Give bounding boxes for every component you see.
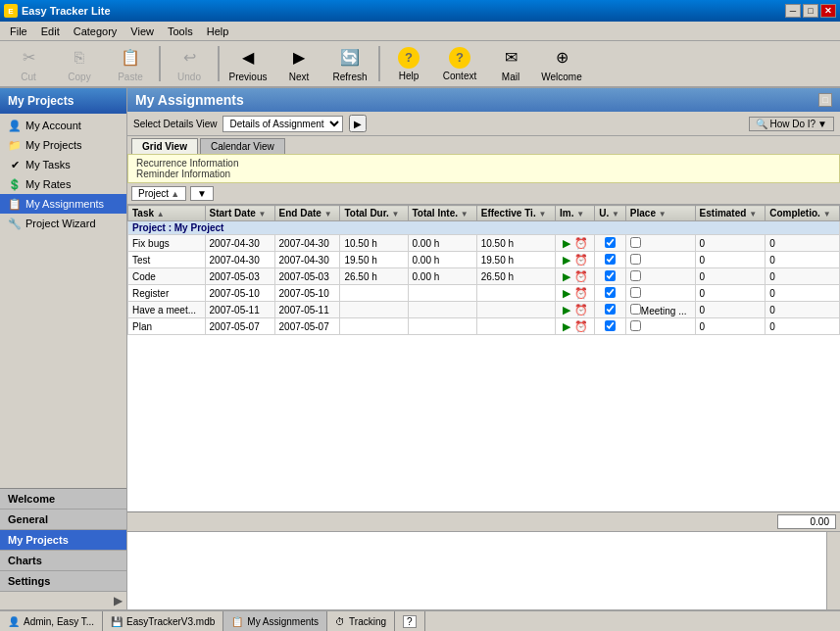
clock-icon[interactable]: ⏰ bbox=[574, 269, 588, 283]
refresh-button[interactable]: 🔄 Refresh bbox=[325, 43, 374, 84]
col-total-int[interactable]: Total Inte. ▼ bbox=[408, 206, 476, 221]
col-task[interactable]: Task ▲ bbox=[128, 206, 206, 221]
tab-grid-view[interactable]: Grid View bbox=[131, 138, 198, 154]
task-name: Test bbox=[128, 252, 206, 268]
select-details-dropdown[interactable]: Details of Assignment bbox=[222, 116, 343, 132]
play-icon[interactable]: ▶ bbox=[560, 286, 573, 300]
menu-category[interactable]: Category bbox=[68, 24, 124, 39]
paste-button[interactable]: 📋 Paste bbox=[106, 43, 155, 84]
copy-button[interactable]: ⎘ Copy bbox=[55, 43, 104, 84]
play-icon[interactable]: ▶ bbox=[560, 236, 573, 250]
col-im[interactable]: Im. ▼ bbox=[555, 206, 594, 221]
col-place[interactable]: Place ▼ bbox=[625, 206, 695, 221]
end-date: 2007-05-10 bbox=[274, 285, 340, 302]
u-checkbox[interactable] bbox=[605, 237, 616, 248]
help-button[interactable]: ? Help bbox=[384, 43, 433, 84]
col-end-date[interactable]: End Date ▼ bbox=[274, 206, 340, 221]
group-dropdown-button[interactable]: ▼ bbox=[190, 186, 214, 201]
sidebar-item-my-projects[interactable]: 📁 My Projects bbox=[0, 135, 126, 155]
place-checkbox[interactable] bbox=[630, 270, 641, 281]
table-row[interactable]: Test 2007-04-30 2007-04-30 19.50 h 0.00 … bbox=[128, 252, 840, 268]
welcome-icon: ⊕ bbox=[550, 46, 573, 70]
previous-button[interactable]: ◀ Previous bbox=[223, 43, 272, 84]
menu-file[interactable]: File bbox=[4, 24, 33, 39]
u-checkbox[interactable] bbox=[605, 287, 616, 298]
col-effective-ti[interactable]: Effective Ti. ▼ bbox=[476, 206, 555, 221]
maximize-content-button[interactable]: □ bbox=[818, 93, 832, 107]
panel-charts[interactable]: Charts bbox=[0, 551, 126, 571]
menu-edit[interactable]: Edit bbox=[35, 24, 66, 39]
mail-button[interactable]: ✉ Mail bbox=[486, 43, 535, 84]
menu-tools[interactable]: Tools bbox=[162, 24, 199, 39]
u-checkbox[interactable] bbox=[605, 304, 616, 315]
clock-icon[interactable]: ⏰ bbox=[574, 236, 588, 250]
col-start-date[interactable]: Start Date ▼ bbox=[205, 206, 274, 221]
panel-welcome[interactable]: Welcome bbox=[0, 489, 126, 510]
effective-ti: 19.50 h bbox=[476, 252, 555, 268]
close-button[interactable]: ✕ bbox=[820, 4, 836, 18]
table-row[interactable]: Code 2007-05-03 2007-05-03 26.50 h 0.00 … bbox=[128, 268, 840, 285]
u-checkbox[interactable] bbox=[605, 320, 616, 331]
menu-view[interactable]: View bbox=[124, 24, 160, 39]
group-by-button[interactable]: Project ▲ bbox=[131, 186, 186, 201]
sidebar-item-my-tasks[interactable]: ✔ My Tasks bbox=[0, 155, 126, 174]
panel-my-projects[interactable]: My Projects bbox=[0, 530, 126, 551]
sidebar-item-project-wizard[interactable]: 🔧 Project Wizard bbox=[0, 214, 126, 233]
status-help[interactable]: ? bbox=[395, 611, 425, 631]
sidebar-item-my-rates[interactable]: 💲 My Rates bbox=[0, 174, 126, 194]
clock-icon[interactable]: ⏰ bbox=[574, 253, 588, 267]
mail-icon: ✉ bbox=[499, 46, 522, 70]
place-checkbox[interactable] bbox=[630, 287, 641, 298]
notes-scrollbar[interactable] bbox=[826, 532, 840, 609]
total-int: 0.00 h bbox=[408, 252, 476, 268]
total-dur: 26.50 h bbox=[340, 268, 408, 285]
col-total-dur[interactable]: Total Dur. ▼ bbox=[340, 206, 408, 221]
notes-area[interactable] bbox=[127, 531, 840, 609]
help-small-icon: 🔍 bbox=[756, 119, 767, 129]
undo-button[interactable]: ↩ Undo bbox=[165, 43, 214, 84]
tab-calendar-view[interactable]: Calendar View bbox=[200, 138, 285, 154]
details-go-button[interactable]: ▶ bbox=[349, 115, 367, 132]
estimated-cell: 0 bbox=[695, 318, 766, 335]
place-checkbox[interactable] bbox=[630, 254, 641, 265]
play-icon[interactable]: ▶ bbox=[560, 319, 573, 333]
action-icons-cell: ▶⏰ bbox=[555, 252, 594, 268]
maximize-button[interactable]: □ bbox=[803, 4, 818, 18]
clock-icon[interactable]: ⏰ bbox=[574, 286, 588, 300]
table-row[interactable]: Plan 2007-05-07 2007-05-07 ▶⏰ 0 0 bbox=[128, 318, 840, 335]
start-date: 2007-05-03 bbox=[205, 268, 274, 285]
status-assignments[interactable]: 📋 My Assignments bbox=[223, 611, 327, 631]
panel-general[interactable]: General bbox=[0, 510, 126, 530]
play-icon[interactable]: ▶ bbox=[560, 269, 573, 283]
col-estimated[interactable]: Estimated ▼ bbox=[695, 206, 766, 221]
menu-help[interactable]: Help bbox=[201, 24, 235, 39]
sidebar-nav: 👤 My Account 📁 My Projects ✔ My Tasks 💲 … bbox=[0, 114, 126, 488]
place-checkbox[interactable] bbox=[630, 320, 641, 331]
sidebar-item-my-account[interactable]: 👤 My Account bbox=[0, 116, 126, 135]
cut-button[interactable]: ✂ Cut bbox=[4, 43, 53, 84]
status-tracking[interactable]: ⏱ Tracking bbox=[327, 611, 395, 631]
collapse-arrow[interactable]: ▶ bbox=[0, 592, 126, 609]
table-row[interactable]: Have a meet... 2007-05-11 2007-05-11 ▶⏰ … bbox=[128, 302, 840, 318]
place-checkbox[interactable] bbox=[630, 304, 641, 315]
welcome-button[interactable]: ⊕ Welcome bbox=[537, 43, 586, 84]
minimize-button[interactable]: ─ bbox=[785, 4, 801, 18]
col-u[interactable]: U. ▼ bbox=[595, 206, 626, 221]
my-tasks-icon: ✔ bbox=[8, 158, 22, 171]
context-button[interactable]: ? Context bbox=[435, 43, 484, 84]
next-button[interactable]: ▶ Next bbox=[274, 43, 323, 84]
clock-icon[interactable]: ⏰ bbox=[574, 319, 588, 333]
reminder-info: Reminder Information bbox=[136, 169, 831, 179]
panel-settings[interactable]: Settings bbox=[0, 571, 126, 592]
how-do-i-button[interactable]: 🔍 How Do I? ▼ bbox=[749, 117, 834, 131]
u-checkbox[interactable] bbox=[605, 254, 616, 265]
clock-icon[interactable]: ⏰ bbox=[574, 303, 588, 316]
sidebar-item-my-assignments[interactable]: 📋 My Assignments bbox=[0, 194, 126, 214]
play-icon[interactable]: ▶ bbox=[560, 253, 573, 267]
u-checkbox[interactable] bbox=[605, 270, 616, 281]
table-row[interactable]: Fix bugs 2007-04-30 2007-04-30 10.50 h 0… bbox=[128, 235, 840, 252]
col-completion[interactable]: Completio. ▼ bbox=[766, 206, 840, 221]
play-icon[interactable]: ▶ bbox=[560, 303, 573, 316]
table-row[interactable]: Register 2007-05-10 2007-05-10 ▶⏰ 0 0 bbox=[128, 285, 840, 302]
place-checkbox[interactable] bbox=[630, 237, 641, 248]
